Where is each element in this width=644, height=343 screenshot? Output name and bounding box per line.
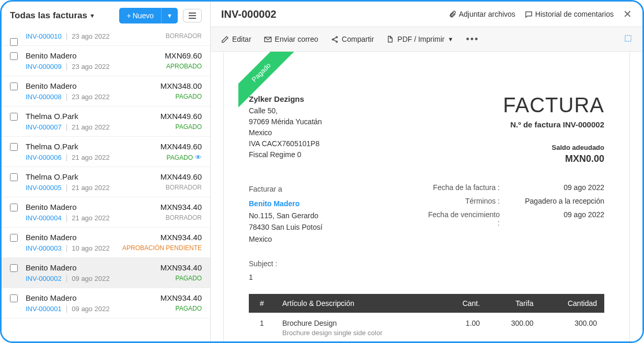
cell-qty: 1.00 xyxy=(441,313,487,341)
row-date: 10 ago 2022 xyxy=(72,244,109,252)
edit-button[interactable]: Editar xyxy=(221,35,251,43)
bill-to-block: Facturar a Benito Madero No.115, San Ger… xyxy=(249,183,323,245)
row-checkbox[interactable] xyxy=(10,234,18,242)
row-date: 23 ago 2022 xyxy=(72,63,109,70)
row-invoice-no[interactable]: INV-000007 xyxy=(26,123,62,131)
invoice-row[interactable]: Benito MaderoMXN348.00INV-000008|23 ago … xyxy=(2,76,210,107)
col-qty: Cant. xyxy=(441,294,487,313)
row-checkbox[interactable] xyxy=(10,52,18,60)
line-items-table: # Artículo & Descripción Cant. Tarifa Ca… xyxy=(249,294,604,341)
row-invoice-no[interactable]: INV-000010 xyxy=(26,32,62,40)
row-invoice-no[interactable]: INV-000002 xyxy=(26,275,62,282)
row-checkbox[interactable] xyxy=(10,264,18,272)
row-checkbox[interactable] xyxy=(10,113,18,121)
send-email-button[interactable]: Enviar correo xyxy=(264,35,318,43)
invoice-row[interactable]: Benito MaderoMXN934.40INV-000003|10 ago … xyxy=(2,228,210,258)
close-button[interactable]: ✕ xyxy=(623,8,632,20)
page-title: INV-000002 xyxy=(221,8,439,20)
row-invoice-no[interactable]: INV-000004 xyxy=(26,214,62,222)
row-amount: MXN69.60 xyxy=(165,51,202,60)
table-row: 1Brochure DesignBrochure design single s… xyxy=(249,313,604,341)
row-amount: MXN934.40 xyxy=(160,233,202,242)
cell-desc: Brochure DesignBrochure design single si… xyxy=(275,313,441,341)
mail-icon xyxy=(264,36,272,43)
row-customer: Thelma O.Park xyxy=(26,142,78,151)
row-checkbox[interactable] xyxy=(10,173,18,181)
company-block: Zylker Dezigns Calle 50, 97069 Mérida Yu… xyxy=(249,93,322,164)
invoice-row[interactable]: Thelma O.ParkMXN449.60INV-000007|21 ago … xyxy=(2,107,210,137)
invoice-number: N.º de factura INV-000002 xyxy=(503,120,604,129)
row-customer: Benito Madero xyxy=(26,203,77,211)
row-status: PAGADO xyxy=(176,275,202,282)
company-vat: IVA CACX7605101P8 xyxy=(249,138,322,149)
row-checkbox[interactable] xyxy=(10,38,18,46)
new-button[interactable]: + Nuevo xyxy=(119,8,161,23)
row-customer: Benito Madero xyxy=(26,293,77,302)
comment-history-link[interactable]: Historial de comentarios xyxy=(525,10,614,18)
row-status: APROBACIÓN PENDIENTE xyxy=(122,244,202,252)
svg-point-3 xyxy=(336,41,338,42)
pdf-icon xyxy=(386,36,394,43)
row-invoice-no[interactable]: INV-000008 xyxy=(26,93,62,101)
inv-date-label: Fecha de la factura : xyxy=(427,183,500,192)
share-button[interactable]: Compartir xyxy=(331,35,374,43)
due-value: 09 ago 2022 xyxy=(521,210,604,227)
invoice-row[interactable]: Thelma O.ParkMXN449.60INV-000006|21 ago … xyxy=(2,137,210,167)
row-date: 21 ago 2022 xyxy=(72,184,109,192)
row-checkbox[interactable] xyxy=(10,143,18,151)
row-invoice-no[interactable]: INV-000005 xyxy=(26,184,62,192)
svg-point-1 xyxy=(336,36,338,38)
row-status: BORRADOR xyxy=(166,32,202,40)
row-date: 09 ago 2022 xyxy=(72,275,109,282)
invoice-row[interactable]: Benito MaderoMXN934.40INV-000001|09 ago … xyxy=(2,288,210,318)
send-label: Enviar correo xyxy=(275,35,318,43)
billto-addr2: 78430 San Luis Potosí xyxy=(249,221,323,233)
row-invoice-no[interactable]: INV-000001 xyxy=(26,305,62,313)
row-customer: Benito Madero xyxy=(26,81,77,90)
row-customer: Thelma O.Park xyxy=(26,172,78,181)
company-addr1: Calle 50, xyxy=(249,105,322,116)
row-date: 21 ago 2022 xyxy=(72,123,109,131)
row-invoice-no[interactable]: INV-000006 xyxy=(26,153,62,161)
row-status: PAGADO xyxy=(176,93,202,100)
row-amount: MXN449.60 xyxy=(160,142,202,151)
hamburger-icon xyxy=(189,13,196,19)
invoice-row[interactable]: Thelma O.ParkMXN449.60INV-000005|21 ago … xyxy=(2,167,210,197)
list-menu-button[interactable] xyxy=(183,9,202,22)
more-menu-button[interactable]: ••• xyxy=(466,34,479,45)
row-customer: Benito Madero xyxy=(26,233,77,242)
invoice-row[interactable]: Benito MaderoMXN69.60INV-000009|23 ago 2… xyxy=(2,46,210,76)
row-invoice-no[interactable]: INV-000003 xyxy=(26,244,62,252)
row-amount: MXN449.60 xyxy=(160,172,202,181)
invoice-row[interactable]: INV-000010|23 ago 2022BORRADOR xyxy=(2,32,210,46)
row-amount: MXN934.40 xyxy=(160,203,202,211)
balance-label: Saldo adeudado xyxy=(503,144,604,151)
invoice-row[interactable]: Benito MaderoMXN934.40INV-000002|09 ago … xyxy=(2,258,210,288)
invoice-kv-table: Fecha de la factura : 09 ago 2022 Términ… xyxy=(427,183,604,245)
pdf-print-button[interactable]: PDF / Imprimir ▼ xyxy=(386,35,453,43)
company-name: Zylker Dezigns xyxy=(249,93,322,105)
row-amount: MXN934.40 xyxy=(160,293,202,302)
invoice-list: INV-000010|23 ago 2022BORRADORBenito Mad… xyxy=(2,30,210,341)
invoice-filter-dropdown[interactable]: Todas las facturas ▼ xyxy=(10,10,114,21)
row-amount: MXN348.00 xyxy=(160,81,202,90)
row-invoice-no[interactable]: INV-000009 xyxy=(26,63,62,70)
row-status: BORRADOR xyxy=(166,184,202,191)
company-regime: Fiscal Regime 0 xyxy=(249,149,322,160)
row-checkbox[interactable] xyxy=(10,82,18,90)
billto-name[interactable]: Benito Madero xyxy=(249,198,323,209)
expand-icon xyxy=(624,34,632,42)
attach-files-link[interactable]: Adjuntar archivos xyxy=(448,10,515,18)
invoice-row[interactable]: Benito MaderoMXN934.40INV-000004|21 ago … xyxy=(2,197,210,228)
new-button-label: Nuevo xyxy=(133,11,154,20)
row-status: PAGADO👁 xyxy=(167,153,202,161)
expand-button[interactable] xyxy=(624,34,632,45)
billto-label: Facturar a xyxy=(249,183,323,195)
balance-amount: MXN0.00 xyxy=(503,153,604,164)
row-checkbox[interactable] xyxy=(10,204,18,211)
new-dropdown-button[interactable]: ▼ xyxy=(161,8,178,23)
row-customer: Benito Madero xyxy=(26,263,77,272)
row-checkbox[interactable] xyxy=(10,294,18,302)
row-status: PAGADO xyxy=(176,123,202,131)
row-date: 21 ago 2022 xyxy=(72,214,109,222)
